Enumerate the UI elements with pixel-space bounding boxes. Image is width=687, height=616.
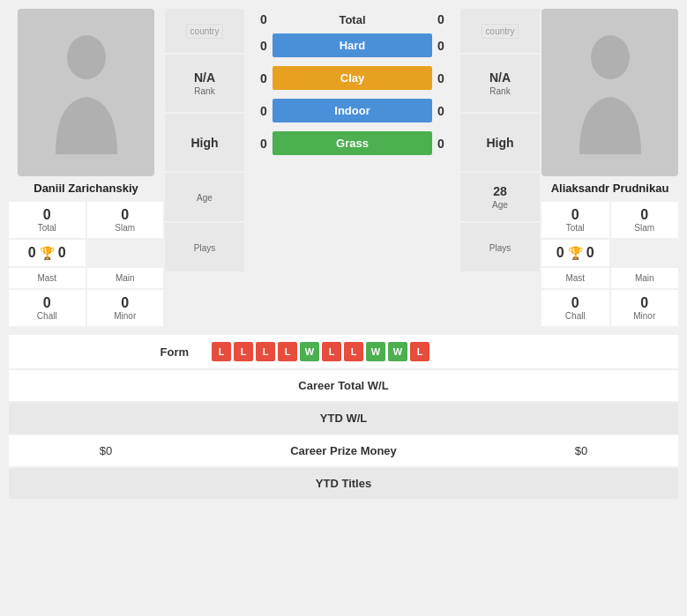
left-stats-grid: 0 Total 0 Slam 0 🏆 0 Mast Main <box>9 202 163 326</box>
left-rank-box: N/A Rank <box>165 55 244 112</box>
ytd-wl-row: YTD W/L <box>9 403 678 434</box>
left-country-box: country <box>165 9 244 53</box>
right-plays-label: Plays <box>489 243 511 253</box>
left-total-label: Total <box>12 223 82 233</box>
form-badge: L <box>256 342 275 361</box>
right-info-center: country N/A Rank High 28 Age Plays <box>460 9 540 326</box>
svg-point-0 <box>67 35 106 79</box>
left-total-cell: 0 Total <box>9 202 86 238</box>
ytd-wl-label: YTD W/L <box>203 403 484 434</box>
form-badge: L <box>212 342 231 361</box>
right-plays-box: Plays <box>460 223 540 271</box>
ytd-wl-right <box>484 410 678 427</box>
left-mast-label: Mast <box>12 273 82 283</box>
ytd-titles-left <box>9 475 203 493</box>
total-label: Total <box>339 13 365 26</box>
left-minor-cell: 0 Minor <box>87 290 164 326</box>
right-country-box: country <box>460 9 540 53</box>
right-total-value: 0 <box>545 207 606 223</box>
right-stats-grid: 0 Total 0 Slam 0 🏆 0 Mast Main <box>541 202 678 326</box>
clay-row: 0 Clay 0 <box>246 63 459 93</box>
right-high-box: High <box>460 114 540 171</box>
left-country-img: country <box>186 24 224 39</box>
left-high-box: High <box>165 114 244 171</box>
career-total-right <box>484 377 678 395</box>
ytd-titles-right <box>484 475 678 493</box>
right-player-name: Aliaksandr Prudnikau <box>551 182 669 195</box>
player-right: Aliaksandr Prudnikau 0 Total 0 Slam 0 🏆 … <box>541 9 678 326</box>
right-rank-label: Rank <box>489 86 510 96</box>
form-label: Form <box>9 338 203 366</box>
right-avatar <box>541 9 678 176</box>
right-mast-value: 0 <box>556 245 564 261</box>
left-chall-value: 0 <box>12 295 82 311</box>
left-main-label-cell: Main <box>87 268 164 288</box>
player-left: Daniil Zarichanskiy 0 Total 0 Slam 0 🏆 0 <box>9 9 163 326</box>
form-badges: LLLLWLLWWL <box>203 335 678 368</box>
left-mast-cell: 0 🏆 0 <box>9 240 86 266</box>
grass-badge: Grass <box>273 131 432 155</box>
left-slam-cell: 0 Slam <box>87 202 164 238</box>
right-total-score: 0 <box>432 12 450 26</box>
indoor-right-score: 0 <box>432 104 450 118</box>
form-badge: L <box>410 342 429 361</box>
right-mast-label: Mast <box>545 273 606 283</box>
ytd-titles-label: YTD Titles <box>203 468 484 499</box>
left-chall-label: Chall <box>12 311 82 321</box>
left-mast-label-cell: Mast <box>9 268 86 288</box>
left-plays-label: Plays <box>194 243 215 253</box>
left-main-value: 0 <box>58 245 66 261</box>
right-main-value: 0 <box>586 245 594 261</box>
right-age-value: 28 <box>493 184 507 198</box>
hard-right-score: 0 <box>432 39 450 53</box>
form-badge: W <box>388 342 407 361</box>
hard-badge: Hard <box>273 33 432 57</box>
ytd-titles-row: YTD Titles <box>9 468 678 499</box>
prize-money-left: $0 <box>9 435 203 466</box>
left-slam-label: Slam <box>91 223 161 233</box>
right-high-value: High <box>486 136 513 150</box>
right-chall-label: Chall <box>545 311 606 321</box>
right-minor-label: Minor <box>615 311 676 321</box>
indoor-left-score: 0 <box>255 104 273 118</box>
prize-money-row: $0 Career Prize Money $0 <box>9 435 678 466</box>
right-main-label: Main <box>615 273 676 283</box>
left-rank-label: Rank <box>194 86 214 96</box>
left-chall-cell: 0 Chall <box>9 290 86 326</box>
left-slam-value: 0 <box>91 207 161 223</box>
grass-row: 0 Grass 0 <box>246 128 459 159</box>
grass-right-score: 0 <box>432 137 450 151</box>
clay-right-score: 0 <box>432 71 450 85</box>
clay-badge: Clay <box>273 66 432 90</box>
clay-left-score: 0 <box>255 71 273 85</box>
left-high-value: High <box>190 136 218 150</box>
hard-left-score: 0 <box>255 39 273 53</box>
form-badge: L <box>234 342 253 361</box>
total-row: 0 Total 0 <box>246 9 459 30</box>
right-age-box: 28 Age <box>460 173 540 221</box>
prize-money-right: $0 <box>484 435 678 466</box>
indoor-row: 0 Indoor 0 <box>246 95 459 126</box>
form-row: Form LLLLWLLWWL <box>9 335 678 368</box>
prize-money-label: Career Prize Money <box>203 435 484 466</box>
left-trophy-icon: 🏆 <box>40 246 55 260</box>
right-mast-label-cell: Mast <box>541 268 609 288</box>
right-age-label: Age <box>492 200 508 210</box>
career-total-label: Career Total W/L <box>203 370 484 401</box>
right-total-cell: 0 Total <box>541 202 609 238</box>
left-total-score: 0 <box>255 12 273 26</box>
right-country-img: country <box>482 24 519 39</box>
right-chall-cell: 0 Chall <box>541 290 609 326</box>
left-rank-value: N/A <box>194 71 215 85</box>
left-plays-box: Plays <box>165 223 244 271</box>
form-badge: W <box>366 342 385 361</box>
players-section: Daniil Zarichanskiy 0 Total 0 Slam 0 🏆 0 <box>0 0 687 335</box>
right-slam-cell: 0 Slam <box>611 202 679 238</box>
left-minor-label: Minor <box>91 311 161 321</box>
right-rank-box: N/A Rank <box>460 55 540 112</box>
right-rank-value: N/A <box>489 71 511 85</box>
right-minor-value: 0 <box>615 295 676 311</box>
left-player-name: Daniil Zarichanskiy <box>34 182 138 195</box>
career-total-row: Career Total W/L <box>9 370 678 401</box>
form-badge: L <box>322 342 341 361</box>
